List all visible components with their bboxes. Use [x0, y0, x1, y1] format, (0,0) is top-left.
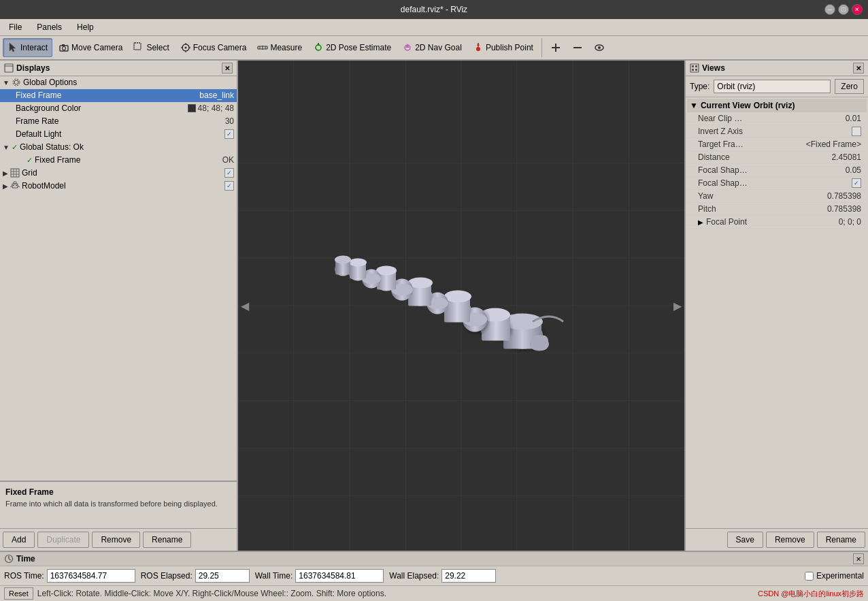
focal-point-label: Focal Point [706, 217, 747, 227]
menu-panels[interactable]: Panels [31, 20, 68, 34]
zero-button[interactable]: Zero [835, 79, 864, 94]
toolbar-2d-pose-button[interactable]: 2D Pose Estimate [308, 38, 396, 57]
tree-item-global-options[interactable]: ▼ Global Options [0, 76, 237, 89]
toolbar-publish-point-label: Publish Point [486, 43, 533, 52]
toolbar-measure-button[interactable]: Measure [252, 38, 307, 57]
toolbar-minus-icon-button[interactable] [567, 38, 588, 57]
tree-item-grid[interactable]: ▶ Grid ✓ [0, 167, 237, 180]
view-prop-yaw: Yaw 0.785398 [687, 190, 867, 203]
current-view-header[interactable]: ▼ Current View Orbit (rviz) [687, 99, 867, 112]
pitch-label: Pitch [698, 204, 827, 214]
wall-time-input[interactable] [295, 569, 384, 583]
menu-help[interactable]: Help [71, 20, 100, 34]
experimental-checkbox[interactable] [805, 572, 814, 581]
reset-button[interactable]: Reset [4, 587, 33, 600]
viewport-left-arrow[interactable]: ◀ [241, 299, 249, 312]
grid-expand-arrow[interactable]: ▶ [3, 169, 8, 177]
views-panel-close-button[interactable]: ✕ [853, 63, 864, 74]
watermark: CSDN @电脑小白的linux初步路 [758, 589, 864, 599]
toolbar-eye-icon-button[interactable] [589, 38, 610, 57]
wall-elapsed-input[interactable] [441, 569, 496, 583]
global-options-label: Global Options [23, 78, 77, 87]
global-status-label: Global Status: Ok [20, 142, 84, 152]
ros-time-input[interactable] [47, 569, 135, 583]
views-panel-header: Views ✕ [686, 61, 868, 76]
ros-time-field: ROS Time: [4, 569, 135, 583]
viewport-3d[interactable]: ◀ ▶ [238, 61, 684, 551]
views-panel-title: Views [702, 63, 725, 73]
tree-item-fixed-frame[interactable]: Fixed Frame base_link [0, 89, 237, 102]
gs-ff-check-icon: ✓ [27, 156, 33, 165]
default-light-checkbox[interactable]: ✓ [224, 129, 234, 139]
robot-model-checkbox[interactable]: ✓ [224, 181, 234, 191]
toolbar-select-button[interactable]: Select [129, 38, 173, 57]
focal-point-value: 0; 0; 0 [839, 217, 861, 227]
svg-line-41 [10, 186, 12, 187]
svg-point-39 [13, 185, 14, 186]
tree-item-frame-rate[interactable]: Frame Rate 30 [0, 115, 237, 128]
svg-point-85 [349, 259, 367, 267]
frame-rate-label: Frame Rate [16, 116, 59, 126]
global-status-expand-arrow[interactable]: ▼ [3, 144, 10, 151]
tree-item-default-light[interactable]: Default Light ✓ [0, 128, 237, 141]
yaw-label: Yaw [698, 191, 827, 201]
toolbar-publish-point-button[interactable]: Publish Point [468, 38, 538, 57]
svg-rect-28 [5, 64, 13, 72]
svg-marker-17 [317, 43, 320, 46]
robot-model-expand-arrow[interactable]: ▶ [3, 182, 8, 190]
add-button[interactable]: Add [3, 532, 35, 548]
ros-elapsed-label: ROS Elapsed: [141, 571, 193, 581]
rename-button[interactable]: Rename [143, 532, 191, 548]
svg-point-40 [16, 185, 17, 186]
default-light-label: Default Light [16, 129, 61, 139]
toolbar: Interact Move Camera Select Focus Camera [0, 36, 868, 61]
robot-model-3d [332, 203, 590, 409]
remove-button[interactable]: Remove [92, 532, 140, 548]
gear-icon [12, 78, 21, 87]
tree-item-bg-color[interactable]: Background Color 48; 48; 48 [0, 102, 237, 115]
toolbar-2d-nav-button[interactable]: 2D Nav Goal [397, 38, 467, 57]
invert-z-checkbox[interactable] [852, 127, 861, 136]
views-panel-icon [690, 63, 699, 73]
grid-label: Grid [22, 168, 37, 178]
displays-panel-header: Displays ✕ [0, 61, 237, 76]
displays-panel-title: Displays [16, 63, 50, 73]
toolbar-move-camera-button[interactable]: Move Camera [54, 38, 127, 57]
views-remove-button[interactable]: Remove [766, 532, 814, 548]
view-prop-focal-point[interactable]: ▶ Focal Point 0; 0; 0 [687, 216, 867, 229]
yaw-value: 0.785398 [827, 191, 861, 201]
toolbar-move-camera-label: Move Camera [71, 43, 122, 52]
time-panel-close-button[interactable]: ✕ [853, 553, 864, 564]
distance-label: Distance [698, 152, 832, 162]
global-options-expand-arrow[interactable]: ▼ [3, 79, 10, 86]
svg-point-30 [14, 80, 18, 84]
tree-item-global-status[interactable]: ▼ ✓ Global Status: Ok [0, 141, 237, 154]
grid-checkbox[interactable]: ✓ [224, 168, 234, 178]
toolbar-add-icon-button[interactable] [546, 38, 566, 57]
displays-panel-close-button[interactable]: ✕ [222, 63, 233, 74]
viewport-right-arrow[interactable]: ▶ [673, 299, 682, 312]
close-button[interactable]: ✕ [852, 4, 863, 15]
ros-time-label: ROS Time: [4, 571, 44, 581]
svg-point-2 [63, 47, 66, 50]
type-select[interactable]: Orbit (rviz) [714, 80, 831, 93]
tree-item-robot-model[interactable]: ▶ RobotModel ✓ [0, 180, 237, 193]
target-frame-value: <Fixed Frame> [806, 140, 861, 149]
ros-elapsed-input[interactable] [195, 569, 250, 583]
menu-file[interactable]: File [3, 20, 28, 34]
views-rename-button[interactable]: Rename [817, 532, 865, 548]
minimize-button[interactable]: ─ [824, 4, 835, 15]
views-save-button[interactable]: Save [727, 532, 763, 548]
nav-icon [402, 42, 413, 53]
cursor-icon [7, 42, 18, 53]
toolbar-focus-camera-button[interactable]: Focus Camera [176, 38, 252, 57]
duplicate-button[interactable]: Duplicate [37, 532, 89, 548]
maximize-button[interactable]: □ [838, 4, 849, 15]
focal-shape-2-checkbox[interactable]: ✓ [852, 178, 861, 188]
tree-item-gs-fixed-frame[interactable]: ✓ Fixed Frame OK [0, 154, 237, 167]
focus-icon [180, 42, 191, 53]
view-prop-focal-shape-2: Focal Shap… ✓ [687, 177, 867, 190]
distance-value: 2.45081 [832, 152, 861, 162]
toolbar-interact-button[interactable]: Interact [3, 38, 52, 57]
focal-point-expand-arrow[interactable]: ▶ [698, 218, 703, 226]
